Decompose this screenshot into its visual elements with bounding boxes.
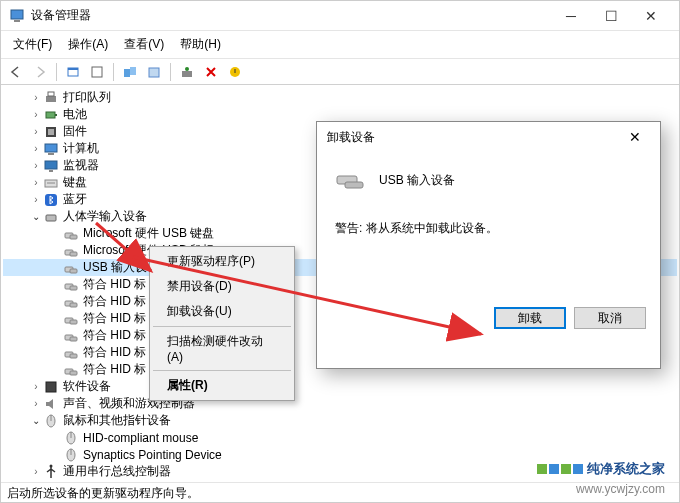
tree-item-label: 鼠标和其他指针设备 bbox=[63, 412, 171, 429]
device-icon bbox=[335, 168, 367, 192]
tree-item-label: HID-compliant mouse bbox=[83, 431, 198, 445]
watermark-url: www.ycwjzy.com bbox=[576, 482, 665, 496]
context-menu-item[interactable]: 卸载设备(U) bbox=[152, 299, 292, 324]
tree-item-label: 电池 bbox=[63, 106, 87, 123]
hid-dev-icon bbox=[63, 362, 79, 378]
svg-rect-0 bbox=[11, 10, 23, 19]
tree-item[interactable]: ›打印队列 bbox=[3, 89, 677, 106]
tree-item[interactable]: HID-compliant mouse bbox=[3, 429, 677, 446]
hid-dev-icon bbox=[63, 294, 79, 310]
uninstall-button[interactable] bbox=[200, 61, 222, 83]
dialog-close-button[interactable]: ✕ bbox=[620, 125, 650, 149]
tree-item-label: 人体学输入设备 bbox=[63, 208, 147, 225]
context-menu-item[interactable]: 更新驱动程序(P) bbox=[152, 249, 292, 274]
hid-dev-icon bbox=[63, 277, 79, 293]
context-menu-item[interactable]: 扫描检测硬件改动(A) bbox=[152, 329, 292, 368]
computer-icon bbox=[43, 141, 59, 157]
menu-file[interactable]: 文件(F) bbox=[5, 33, 60, 56]
tree-item[interactable]: ⌄鼠标和其他指针设备 bbox=[3, 412, 677, 429]
svg-rect-38 bbox=[70, 337, 77, 341]
expander-icon[interactable]: › bbox=[29, 381, 43, 392]
svg-point-50 bbox=[50, 464, 53, 467]
tree-item-label: 键盘 bbox=[63, 174, 87, 191]
expander-icon[interactable]: › bbox=[29, 466, 43, 477]
scan-hardware-button[interactable] bbox=[176, 61, 198, 83]
update-driver-button[interactable] bbox=[224, 61, 246, 83]
firmware-icon bbox=[43, 124, 59, 140]
hid-dev-icon bbox=[63, 226, 79, 242]
svg-rect-17 bbox=[45, 144, 57, 152]
context-menu-separator bbox=[153, 370, 291, 371]
dialog-warning-text: 警告: 将从系统中卸载此设备。 bbox=[335, 220, 642, 237]
tree-item-label: Synaptics Pointing Device bbox=[83, 448, 222, 462]
context-menu: 更新驱动程序(P)禁用设备(D)卸载设备(U)扫描检测硬件改动(A)属性(R) bbox=[149, 246, 295, 401]
svg-rect-19 bbox=[45, 161, 57, 169]
svg-rect-7 bbox=[149, 68, 159, 77]
maximize-button[interactable]: ☐ bbox=[591, 2, 631, 30]
tree-item-label: 计算机 bbox=[63, 140, 99, 157]
dialog-cancel-button[interactable]: 取消 bbox=[574, 307, 646, 329]
software-icon bbox=[43, 379, 59, 395]
expander-icon[interactable]: ⌄ bbox=[29, 211, 43, 222]
menu-help[interactable]: 帮助(H) bbox=[172, 33, 229, 56]
context-menu-item[interactable]: 属性(R) bbox=[152, 373, 292, 398]
svg-rect-16 bbox=[48, 129, 54, 135]
expander-icon[interactable]: › bbox=[29, 160, 43, 171]
svg-rect-26 bbox=[70, 235, 77, 239]
app-icon bbox=[9, 8, 25, 24]
expander-icon[interactable]: › bbox=[29, 92, 43, 103]
menu-view[interactable]: 查看(V) bbox=[116, 33, 172, 56]
menu-bar: 文件(F) 操作(A) 查看(V) 帮助(H) bbox=[1, 31, 679, 59]
context-menu-separator bbox=[153, 326, 291, 327]
svg-rect-1 bbox=[14, 20, 20, 22]
dialog-titlebar: 卸载设备 ✕ bbox=[317, 122, 660, 152]
context-menu-item[interactable]: 禁用设备(D) bbox=[152, 274, 292, 299]
svg-rect-34 bbox=[70, 303, 77, 307]
hid-dev-icon bbox=[63, 328, 79, 344]
tree-item[interactable]: ›软件设备 bbox=[3, 378, 677, 395]
svg-rect-30 bbox=[70, 269, 77, 273]
svg-rect-6 bbox=[130, 67, 136, 75]
mouse-icon bbox=[43, 413, 59, 429]
svg-rect-24 bbox=[46, 215, 56, 221]
hid-dev-icon bbox=[63, 345, 79, 361]
tree-item-label: USB 输入设备 bbox=[83, 259, 159, 276]
dialog-title: 卸载设备 bbox=[327, 129, 375, 146]
svg-rect-3 bbox=[68, 68, 78, 70]
tree-item[interactable]: ›声音、视频和游戏控制器 bbox=[3, 395, 677, 412]
tree-item-label: 蓝牙 bbox=[63, 191, 87, 208]
sound-icon bbox=[43, 396, 59, 412]
tree-item-label: 通用串行总线控制器 bbox=[63, 463, 171, 480]
tree-item-label: 符合 HID 标 bbox=[83, 344, 146, 361]
toolbar-icon-1[interactable] bbox=[62, 61, 84, 83]
forward-button[interactable] bbox=[29, 61, 51, 83]
expander-icon[interactable]: › bbox=[29, 143, 43, 154]
expander-icon[interactable]: › bbox=[29, 194, 43, 205]
bluetooth-icon bbox=[43, 192, 59, 208]
svg-rect-28 bbox=[70, 252, 77, 256]
back-button[interactable] bbox=[5, 61, 27, 83]
menu-action[interactable]: 操作(A) bbox=[60, 33, 116, 56]
expander-icon[interactable]: › bbox=[29, 109, 43, 120]
expander-icon[interactable]: › bbox=[29, 398, 43, 409]
tree-item-label: 打印队列 bbox=[63, 89, 111, 106]
close-button[interactable]: ✕ bbox=[631, 2, 671, 30]
watermark-brand: 纯净系统之家 bbox=[537, 460, 665, 478]
svg-rect-43 bbox=[46, 382, 56, 392]
svg-point-9 bbox=[185, 67, 189, 71]
toolbar-icon-4[interactable] bbox=[143, 61, 165, 83]
expander-icon[interactable]: › bbox=[29, 126, 43, 137]
expander-icon[interactable]: ⌄ bbox=[29, 415, 43, 426]
svg-rect-40 bbox=[70, 354, 77, 358]
minimize-button[interactable]: ─ bbox=[551, 2, 591, 30]
toolbar-icon-2[interactable] bbox=[86, 61, 108, 83]
tree-item-label: 固件 bbox=[63, 123, 87, 140]
title-bar: 设备管理器 ─ ☐ ✕ bbox=[1, 1, 679, 31]
dialog-ok-button[interactable]: 卸载 bbox=[494, 307, 566, 329]
toolbar-icon-3[interactable] bbox=[119, 61, 141, 83]
monitor-icon bbox=[43, 158, 59, 174]
printer-icon bbox=[43, 90, 59, 106]
svg-rect-8 bbox=[182, 71, 192, 77]
svg-rect-42 bbox=[70, 371, 77, 375]
expander-icon[interactable]: › bbox=[29, 177, 43, 188]
